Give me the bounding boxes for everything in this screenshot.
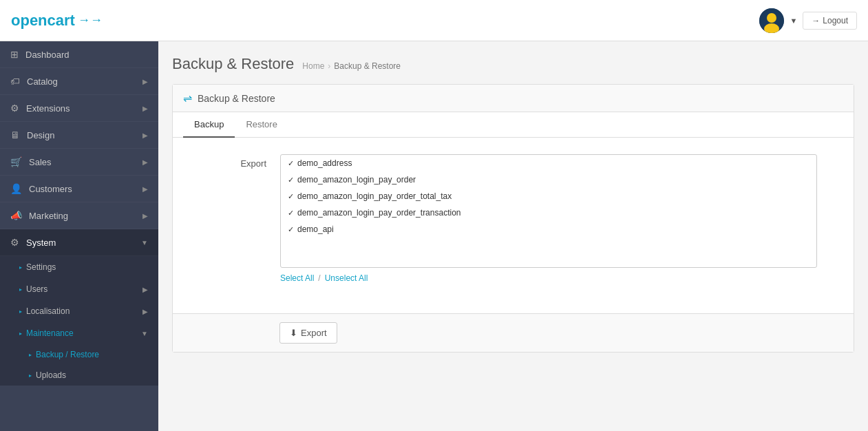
- main-layout: ⊞ Dashboard 🏷 Catalog ▶ ⚙ Extensions ▶ 🖥…: [0, 41, 868, 431]
- sidebar-item-design[interactable]: 🖥 Design ▶: [0, 122, 158, 149]
- tab-backup[interactable]: Backup: [183, 112, 235, 138]
- sidebar-label-settings: Settings: [26, 262, 56, 272]
- sidebar-item-extensions[interactable]: ⚙ Extensions ▶: [0, 95, 158, 122]
- extensions-icon: ⚙: [10, 103, 19, 114]
- sidebar-item-customers[interactable]: 👤 Customers ▶: [0, 176, 158, 202]
- sidebar-label-design: Design: [27, 130, 54, 140]
- svg-point-1: [767, 13, 776, 23]
- settings-dot-icon: ▸: [19, 264, 22, 271]
- select-all-link[interactable]: Select All: [280, 273, 314, 283]
- system-icon: ⚙: [10, 237, 19, 248]
- catalog-arrow-icon: ▶: [142, 78, 148, 85]
- localisation-arrow-icon: ▶: [142, 308, 148, 315]
- table-item-2[interactable]: ✓ demo_amazon_login_pay_order_total_tax: [281, 188, 816, 204]
- system-arrow-icon: ▼: [141, 239, 148, 246]
- logout-label: Logout: [823, 16, 848, 25]
- sidebar-item-catalog[interactable]: 🏷 Catalog ▶: [0, 68, 158, 95]
- card-header: ⇌ Backup & Restore: [173, 85, 854, 112]
- localisation-dot-icon: ▸: [19, 308, 22, 315]
- sidebar-label-uploads: Uploads: [36, 370, 66, 380]
- maintenance-dot-icon: ▸: [19, 330, 22, 337]
- avatar[interactable]: [759, 8, 784, 33]
- sidebar-item-backup-restore[interactable]: ▸ Backup / Restore: [0, 344, 158, 365]
- table-item-1[interactable]: ✓ demo_amazon_login_pay_order: [281, 171, 816, 188]
- unselect-all-link[interactable]: Unselect All: [325, 273, 368, 283]
- check-icon-2: ✓: [288, 192, 294, 201]
- maintenance-arrow-icon: ▼: [141, 330, 148, 337]
- logo: opencart →→: [11, 12, 103, 30]
- export-form-row: Export ✓ demo_address ✓ demo_amazon_logi…: [184, 154, 843, 283]
- logout-icon: →: [812, 16, 820, 25]
- top-navbar: opencart →→ ▼ → Logout: [0, 0, 868, 41]
- logo-text: opencart: [11, 12, 75, 30]
- sidebar-item-users[interactable]: ▸ Users ▶: [0, 278, 158, 300]
- page-title: Backup & Restore: [172, 55, 294, 73]
- backup-dot-icon: ▸: [29, 352, 32, 358]
- check-icon-4: ✓: [288, 225, 294, 234]
- avatar-dropdown-icon[interactable]: ▼: [790, 17, 797, 25]
- design-icon: 🖥: [10, 129, 20, 140]
- tables-select-box[interactable]: ✓ demo_address ✓ demo_amazon_login_pay_o…: [280, 154, 817, 268]
- dashboard-icon: ⊞: [10, 49, 19, 60]
- page-header: Backup & Restore Home › Backup & Restore: [172, 55, 854, 73]
- top-right-controls: ▼ → Logout: [759, 8, 857, 33]
- sidebar-label-extensions: Extensions: [26, 103, 70, 114]
- card-footer: ⬇ Export: [173, 313, 854, 352]
- sidebar-maintenance-submenu: ▸ Backup / Restore ▸ Uploads: [0, 344, 158, 386]
- sidebar-label-catalog: Catalog: [27, 76, 58, 87]
- sales-icon: 🛒: [10, 156, 22, 167]
- sales-arrow-icon: ▶: [142, 158, 148, 166]
- export-control: ✓ demo_address ✓ demo_amazon_login_pay_o…: [280, 154, 843, 283]
- main-card: ⇌ Backup & Restore Backup Restore Export: [172, 84, 854, 353]
- select-links: Select All / Unselect All: [280, 273, 843, 283]
- divider: /: [318, 273, 320, 283]
- sidebar-label-backup-restore: Backup / Restore: [36, 350, 99, 359]
- sidebar-label-maintenance: Maintenance: [26, 328, 74, 338]
- table-item-0[interactable]: ✓ demo_address: [281, 155, 816, 171]
- sidebar: ⊞ Dashboard 🏷 Catalog ▶ ⚙ Extensions ▶ 🖥…: [0, 41, 158, 431]
- breadcrumb-home[interactable]: Home: [302, 61, 324, 71]
- export-button[interactable]: ⬇ Export: [279, 322, 337, 344]
- table-item-4[interactable]: ✓ demo_api: [281, 221, 816, 238]
- breadcrumb: Home › Backup & Restore: [302, 61, 401, 71]
- check-icon-3: ✓: [288, 209, 294, 218]
- sidebar-item-uploads[interactable]: ▸ Uploads: [0, 365, 158, 386]
- sidebar-system-submenu: ▸ Settings ▸ Users ▶ ▸ Localisation ▶ ▸ …: [0, 256, 158, 386]
- sidebar-label-system: System: [26, 238, 56, 248]
- sidebar-label-users: Users: [26, 284, 47, 294]
- sidebar-item-maintenance[interactable]: ▸ Maintenance ▼: [0, 322, 158, 344]
- catalog-icon: 🏷: [10, 76, 20, 87]
- card-header-icon: ⇌: [183, 92, 192, 105]
- sidebar-item-marketing[interactable]: 📣 Marketing ▶: [0, 202, 158, 229]
- table-name-0: demo_address: [297, 158, 352, 168]
- table-name-1: demo_amazon_login_pay_order: [297, 175, 416, 185]
- export-label: Export: [184, 154, 280, 169]
- breadcrumb-separator: ›: [328, 61, 330, 71]
- users-arrow-icon: ▶: [142, 286, 148, 293]
- sidebar-item-localisation[interactable]: ▸ Localisation ▶: [0, 300, 158, 322]
- sidebar-label-sales: Sales: [29, 157, 52, 167]
- tabs-container: Backup Restore: [173, 112, 854, 138]
- table-name-2: demo_amazon_login_pay_order_total_tax: [297, 191, 452, 201]
- tab-restore[interactable]: Restore: [235, 112, 288, 138]
- breadcrumb-current: Backup & Restore: [334, 61, 401, 71]
- table-item-3[interactable]: ✓ demo_amazon_login_pay_order_transactio…: [281, 204, 816, 221]
- content-area: Backup & Restore Home › Backup & Restore…: [158, 41, 868, 431]
- sidebar-item-dashboard[interactable]: ⊞ Dashboard: [0, 41, 158, 68]
- customers-icon: 👤: [10, 183, 22, 194]
- sidebar-item-sales[interactable]: 🛒 Sales ▶: [0, 149, 158, 176]
- extensions-arrow-icon: ▶: [142, 105, 148, 112]
- check-icon-1: ✓: [288, 176, 294, 185]
- export-button-label: Export: [301, 328, 327, 338]
- sidebar-label-dashboard: Dashboard: [25, 50, 70, 60]
- logo-arrow-icon: →→: [78, 13, 103, 28]
- sidebar-item-system[interactable]: ⚙ System ▼: [0, 229, 158, 256]
- table-name-4: demo_api: [297, 224, 334, 234]
- design-arrow-icon: ▶: [142, 132, 148, 139]
- check-icon-0: ✓: [288, 159, 294, 168]
- logout-button[interactable]: → Logout: [803, 12, 857, 30]
- sidebar-item-settings[interactable]: ▸ Settings: [0, 256, 158, 278]
- card-title: Backup & Restore: [198, 93, 275, 104]
- export-button-icon: ⬇: [290, 328, 297, 338]
- sidebar-label-customers: Customers: [29, 184, 72, 194]
